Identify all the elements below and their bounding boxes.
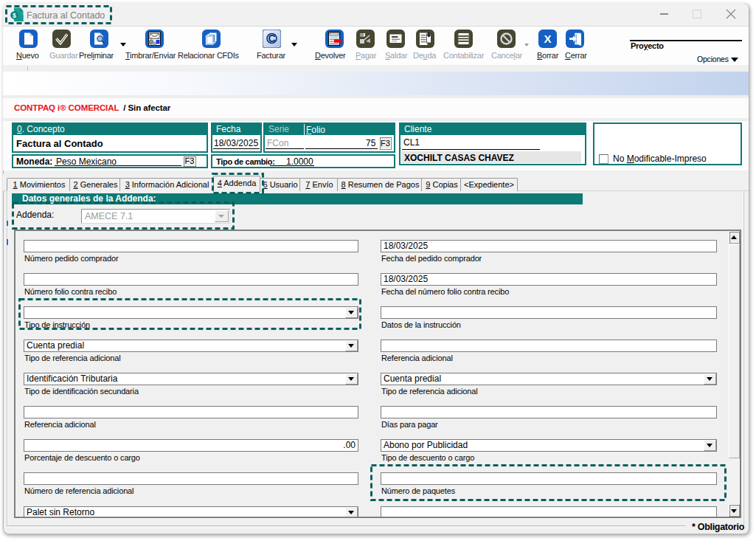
svg-text:X: X [544,32,551,45]
svg-text:C: C [268,32,275,44]
